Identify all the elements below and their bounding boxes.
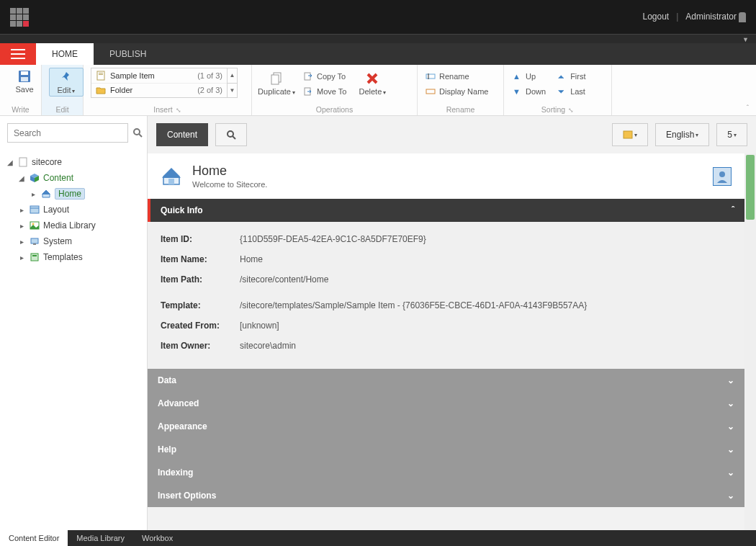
svg-rect-1 [21,71,28,75]
svg-point-24 [228,131,233,137]
svg-rect-21 [33,243,36,245]
svg-rect-16 [30,206,39,213]
logout-link[interactable]: Logout [642,12,669,22]
qi-created-label: Created From: [161,321,240,331]
chevron-down-icon: ⌄ [727,467,734,478]
group-label-insert: Insert⤡ [91,104,244,114]
vertical-scrollbar[interactable] [744,153,756,537]
qi-path-label: Item Path: [161,274,240,285]
bottom-tab-media-library[interactable]: Media Library [68,530,133,546]
svg-rect-15 [19,158,27,166]
svg-rect-5 [99,74,103,75]
tree-node-content[interactable]: ◢Content [3,170,144,186]
svg-rect-7 [271,75,279,84]
hamburger-button[interactable] [0,43,36,65]
section-quickinfo[interactable]: Quick Info ˆ [148,199,744,222]
qi-name-label: Item Name: [161,254,240,264]
bottom-tab-workbox[interactable]: Workbox [133,530,181,546]
svg-rect-12 [426,89,435,94]
moveto-button[interactable]: Move To [302,84,346,98]
move-first-button[interactable]: ⏶First [556,69,585,83]
section-help[interactable]: Help⌄ [148,438,744,461]
language-button[interactable]: English▾ [655,123,709,146]
separator: | [676,12,678,22]
tree-node-home[interactable]: ▸Home [3,186,144,202]
workspace: ▼ ◢sitecore ◢Content ▸Home ▸Layout ▸Medi… [0,116,756,537]
search-content-button[interactable] [215,123,247,146]
qi-path-value: /sitecore/content/Home [240,274,328,285]
duplicate-button[interactable]: Duplicate▾ [259,68,294,99]
copyto-button[interactable]: Copy To [302,69,346,83]
qi-created-value: [unknown] [240,321,279,331]
content-pane: Content ▾ English▾ 5▾ Home Welcome to Si… [148,116,756,537]
content-tab-button[interactable]: Content [156,123,208,146]
qi-template-label: Template: [161,300,240,310]
chevron-down-icon: ⌄ [727,375,734,385]
edit-button[interactable]: Edit▾ [49,68,84,97]
scrollbar-thumb[interactable] [746,155,755,220]
document-icon [17,156,29,168]
svg-rect-22 [31,254,38,261]
tree-node-media[interactable]: ▸Media Library [3,218,144,233]
search-button[interactable] [132,125,143,141]
displayname-button[interactable]: Display Name [425,84,496,98]
move-up-button[interactable]: ▲Up [511,69,546,83]
delete-button[interactable]: Delete▾ [355,68,390,99]
tab-publish[interactable]: PUBLISH [94,43,162,65]
home-icon [161,166,182,187]
document-scroll[interactable]: Home Welcome to Sitecore. Quick Info ˆ I… [148,153,756,537]
image-icon [29,220,40,231]
section-data[interactable]: Data⌄ [148,369,744,392]
templates-icon [29,251,40,263]
search-input[interactable] [7,123,128,143]
home-icon [40,188,52,200]
tree-node-sitecore[interactable]: ◢sitecore [3,154,144,170]
first-icon: ⏶ [556,71,567,81]
tree-node-templates[interactable]: ▸Templates [3,249,144,265]
tree-node-layout[interactable]: ▸Layout [3,202,144,218]
move-last-button[interactable]: ⏷Last [556,84,585,98]
avatar-icon[interactable] [713,167,732,186]
dialog-launcher-icon[interactable]: ⤡ [568,107,574,114]
bottom-tab-content-editor[interactable]: Content Editor [0,530,68,546]
spinner-down[interactable]: ▼ [228,84,237,98]
move-down-button[interactable]: ▼Down [511,84,546,98]
chevron-down-icon: ⌄ [727,421,734,431]
insert-folder[interactable]: Folder (2 of 3) [91,84,227,98]
last-icon: ⏷ [556,86,567,97]
expand-caret-icon[interactable]: ▼ [742,36,749,43]
app-topbar: Logout | Administrator [0,0,756,34]
user-icon [739,12,746,22]
section-insertoptions[interactable]: Insert Options⌄ [148,484,744,507]
svg-line-14 [139,134,142,137]
down-arrow-icon: ▼ [511,86,522,97]
document-header: Home Welcome to Sitecore. [148,153,744,199]
section-advanced[interactable]: Advanced⌄ [148,392,744,415]
app-logo-icon[interactable] [10,8,29,27]
section-indexing[interactable]: Indexing⌄ [148,461,744,484]
tree-pane: ▼ ◢sitecore ◢Content ▸Home ▸Layout ▸Medi… [0,116,148,537]
ribbon: Save Write Edit▾ Edit Sample Item (1 of … [0,65,756,116]
system-icon [29,236,40,247]
section-appearance[interactable]: Appearance⌄ [148,415,744,438]
view-mode-button[interactable]: ▾ [612,123,648,146]
dialog-launcher-icon[interactable]: ⤡ [176,107,181,114]
bottom-tab-bar: Content Editor Media Library Workbox [0,530,756,546]
tree-node-system[interactable]: ▸System [3,233,144,249]
svg-rect-20 [31,238,38,243]
qi-owner-value: sitecore\admin [240,341,296,351]
insert-sample-item[interactable]: Sample Item (1 of 3) [91,68,227,84]
chevron-up-icon: ˆ [732,205,734,215]
save-button[interactable]: Save [7,68,42,95]
user-link[interactable]: Administrator [685,12,746,22]
top-strip: ▼ [0,34,756,43]
rename-button[interactable]: Rename [425,69,496,83]
version-button[interactable]: 5▾ [716,123,747,146]
cube-icon [29,172,40,184]
page-title: Home [192,164,267,179]
ribbon-collapse-icon[interactable]: ˆ [747,104,749,112]
search-icon [226,130,236,140]
spinner-up[interactable]: ▲ [228,68,237,84]
tab-home[interactable]: HOME [36,43,94,65]
pin-icon [59,70,73,84]
